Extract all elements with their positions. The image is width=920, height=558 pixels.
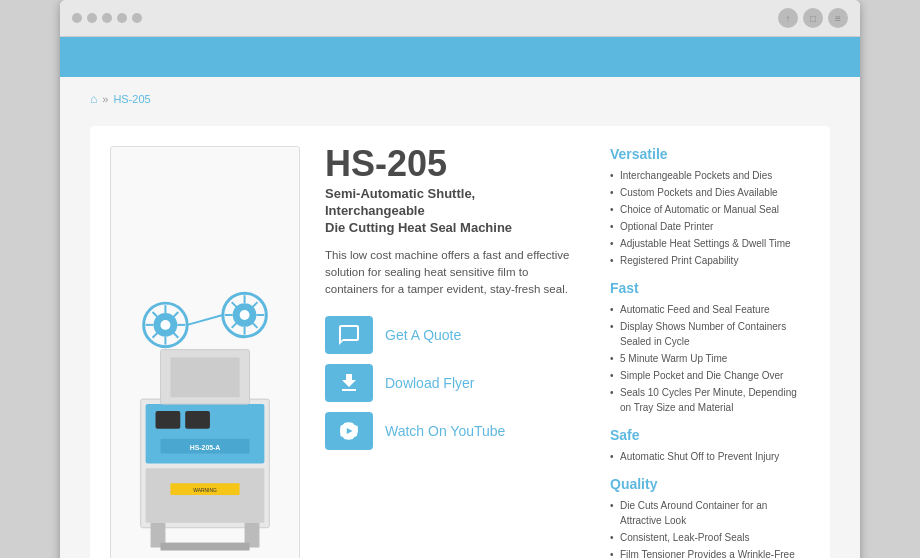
list-item: 5 Minute Warm Up Time [610,351,810,366]
svg-line-30 [232,302,237,307]
svg-line-34 [187,315,223,325]
list-item: Die Cuts Around Container for an Attract… [610,498,810,528]
list-item: Automatic Shut Off to Prevent Injury [610,449,810,464]
browser-icons: ↑ □ ≡ [778,8,848,28]
breadcrumb-current: HS-205 [113,93,150,105]
feature-fast: Fast Automatic Feed and Seal Feature Dis… [610,280,810,415]
fast-list: Automatic Feed and Seal Feature Display … [610,302,810,415]
watch-youtube-label: Watch On YouTube [385,423,505,439]
browser-dot-1 [72,13,82,23]
product-info: HS-205 Semi-Automatic Shuttle, Interchan… [325,146,585,558]
list-item: Simple Pocket and Die Change Over [610,368,810,383]
svg-point-25 [240,310,250,320]
breadcrumb-separator: » [102,93,108,105]
svg-line-33 [252,302,257,307]
browser-window: ↑ □ ≡ ⌂ » HS-205 [60,0,860,558]
quote-icon [325,316,373,354]
svg-rect-9 [160,543,249,551]
product-description: This low cost machine offers a fast and … [325,247,575,299]
list-item: Optional Date Printer [610,219,810,234]
get-quote-button[interactable]: Get A Quote [325,316,575,354]
download-flyer-button[interactable]: Dowload Flyer [325,364,575,402]
list-item: Consistent, Leak-Proof Seals [610,530,810,545]
flyer-icon [325,364,373,402]
svg-line-20 [173,333,178,338]
youtube-icon [325,412,373,450]
list-item: Registered Print Capability [610,253,810,268]
versatile-list: Interchangeable Pockets and Dies Custom … [610,168,810,268]
browser-dots [72,13,142,23]
feature-safe: Safe Automatic Shut Off to Prevent Injur… [610,427,810,464]
quality-list: Die Cuts Around Container for an Attract… [610,498,810,558]
svg-point-14 [160,320,170,330]
quality-title: Quality [610,476,810,492]
bookmark-icon[interactable]: □ [803,8,823,28]
product-features: Versatile Interchangeable Pockets and Di… [610,146,810,558]
svg-rect-6 [146,468,265,522]
product-title: HS-205 [325,146,575,182]
safe-list: Automatic Shut Off to Prevent Injury [610,449,810,464]
top-bar [60,37,860,77]
list-item: Adjustable Heat Settings & Dwell Time [610,236,810,251]
list-item: Interchangeable Pockets and Dies [610,168,810,183]
home-icon[interactable]: ⌂ [90,92,97,106]
list-item: Film Tensioner Provides a Wrinkle-Free S… [610,547,810,558]
list-item: Choice of Automatic or Manual Seal [610,202,810,217]
svg-rect-2 [156,411,181,429]
svg-rect-3 [185,411,210,429]
breadcrumb: ⌂ » HS-205 [90,87,830,111]
watch-youtube-button[interactable]: Watch On YouTube [325,412,575,450]
svg-line-19 [153,312,158,317]
list-item: Custom Pockets and Dies Available [610,185,810,200]
browser-dot-2 [87,13,97,23]
svg-text:WARNING: WARNING [193,488,217,493]
svg-line-22 [173,312,178,317]
page-content: ⌂ » HS-205 HS-205-A [60,77,860,558]
browser-dot-4 [117,13,127,23]
product-section: HS-205-A [90,126,830,558]
product-image-container: HS-205-A [110,146,300,558]
machine-illustration: HS-205-A [111,249,299,558]
versatile-title: Versatile [610,146,810,162]
more-icon[interactable]: ≡ [828,8,848,28]
share-icon[interactable]: ↑ [778,8,798,28]
list-item: Seals 10 Cycles Per Minute, Depending on… [610,385,810,415]
feature-quality: Quality Die Cuts Around Container for an… [610,476,810,558]
list-item: Automatic Feed and Seal Feature [610,302,810,317]
download-flyer-label: Dowload Flyer [385,375,474,391]
svg-text:HS-205-A: HS-205-A [190,444,221,451]
svg-rect-11 [170,358,239,398]
browser-chrome: ↑ □ ≡ [60,0,860,37]
svg-line-31 [252,323,257,328]
fast-title: Fast [610,280,810,296]
get-quote-label: Get A Quote [385,327,461,343]
safe-title: Safe [610,427,810,443]
list-item: Display Shows Number of Containers Seale… [610,319,810,349]
browser-dot-5 [132,13,142,23]
feature-versatile: Versatile Interchangeable Pockets and Di… [610,146,810,268]
svg-line-21 [153,333,158,338]
product-subtitle: Semi-Automatic Shuttle, Interchangeable … [325,186,575,237]
browser-dot-3 [102,13,112,23]
svg-line-32 [232,323,237,328]
